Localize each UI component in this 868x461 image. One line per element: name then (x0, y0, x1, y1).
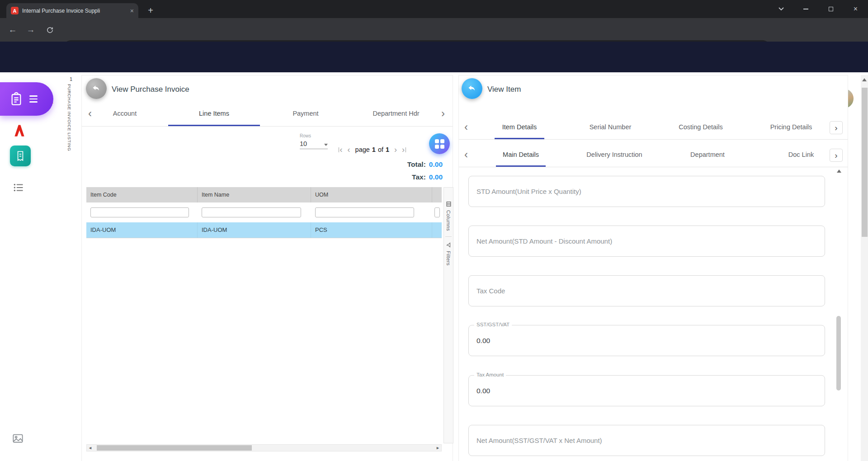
columns-tool-button[interactable]: Columns (446, 210, 451, 231)
field-tax-code[interactable]: Tax Code (468, 275, 825, 306)
pagination-prev-button[interactable]: ‹ (348, 146, 350, 154)
tab-line-items[interactable]: Line Items (168, 102, 260, 126)
tab-main-details[interactable]: Main Details (496, 143, 546, 167)
reload-button[interactable] (42, 23, 57, 37)
panel-scroll-up-icon[interactable] (837, 169, 841, 173)
tab-favicon-icon: A (11, 7, 19, 14)
tabs-scroll-left-icon[interactable]: ‹ (464, 149, 468, 160)
tab-delivery-instruction[interactable]: Delivery Instruction (580, 143, 648, 167)
filter-input-uom[interactable] (315, 207, 414, 217)
field-net-amount[interactable]: Net Amount(STD Amount - Discount Amount) (468, 226, 825, 257)
field-label: STD Amount(Unit Price x Quantity) (476, 176, 581, 207)
filter-input-partial[interactable] (434, 207, 440, 217)
menu-icon[interactable] (29, 95, 38, 102)
field-label: Net Amount(SST/GST/VAT x Net Amount) (476, 425, 602, 456)
pagination: ‹ ‹ page 1 of 1 › › (338, 143, 407, 156)
cell-item-code: IDA-UOM (86, 222, 198, 238)
invoice-back-button[interactable] (86, 78, 107, 99)
field-value: 0.00 (476, 376, 490, 406)
column-header-item-code[interactable]: Item Code (86, 187, 198, 202)
listing-vertical-label[interactable]: PURCHASE INVOICE LISTING (67, 84, 72, 151)
receipt-app-icon[interactable] (10, 146, 31, 166)
item-back-button[interactable] (462, 78, 482, 99)
page-scroll-up-icon[interactable] (862, 78, 867, 81)
reply-arrow-icon (467, 84, 476, 93)
page-scrollbar[interactable] (861, 75, 868, 461)
tabs-scroll-right-icon[interactable]: › (830, 121, 843, 134)
tab-serial-number[interactable]: Serial Number (581, 116, 640, 139)
tab-close-icon[interactable]: × (130, 7, 134, 14)
item-tabs-secondary: ‹ Main Details Delivery Instruction Depa… (459, 143, 848, 167)
field-value: 0.00 (476, 325, 490, 356)
field-label: Tax Code (476, 276, 505, 306)
cell-item-name: IDA-UOM (198, 222, 311, 238)
browser-tabstrip: A Internal Purchase Invoice Suppli × + × (0, 0, 868, 18)
list-icon[interactable] (13, 182, 24, 195)
tab-costing-details[interactable]: Costing Details (669, 116, 732, 139)
rows-value: 10 (300, 140, 307, 147)
field-tax-amount[interactable]: Tax Amount 0.00 (468, 375, 825, 406)
tab-title: Internal Purchase Invoice Suppli (22, 8, 127, 14)
tabs-scroll-left-icon[interactable]: ‹ (464, 122, 468, 132)
browser-tab[interactable]: A Internal Purchase Invoice Suppli × (6, 3, 138, 18)
tabs-scroll-right-icon[interactable]: › (441, 108, 445, 119)
filter-funnel-icon (446, 242, 451, 248)
table-header-row: Item Code Item Name UOM (86, 187, 442, 202)
tax-label: Tax: (412, 173, 426, 181)
pagination-first-button[interactable]: ‹ (338, 146, 343, 154)
app-header: akaun (0, 42, 868, 72)
column-header-item-name[interactable]: Item Name (198, 187, 311, 202)
cell-uom: PCS (311, 222, 432, 238)
close-window-button[interactable]: × (843, 0, 868, 18)
field-sst-gst-vat[interactable]: SST/GST/VAT 0.00 (468, 325, 825, 356)
applet-pill[interactable] (0, 82, 53, 116)
browser-toolbar: ← → akaun.cloud/#/applets/tnt/wavelet/er… (0, 18, 868, 42)
tab-department-hdr[interactable]: Department Hdr (351, 102, 441, 126)
horizontal-scrollbar[interactable]: ◄ ► (86, 444, 442, 452)
minimize-button[interactable] (793, 0, 818, 18)
tabs-scroll-right-icon[interactable]: › (830, 149, 843, 162)
tab-department[interactable]: Department (680, 143, 735, 167)
item-panel-title: View Item (487, 85, 521, 94)
page-scroll-thumb[interactable] (862, 88, 868, 237)
pagination-last-button[interactable]: › (402, 146, 407, 154)
tab-pricing-details[interactable]: Pricing Details (760, 116, 823, 139)
tax-line: Tax: 0.00 (308, 173, 443, 181)
column-header-partial (432, 187, 442, 202)
table-row-selected[interactable]: IDA-UOM IDA-UOM PCS (86, 222, 442, 238)
table-filter-row (86, 202, 442, 222)
forward-button[interactable]: → (24, 23, 38, 37)
tab-account[interactable]: Account (91, 102, 159, 126)
invoice-tabs: ‹ Account Line Items Payment Department … (82, 102, 453, 127)
scroll-right-icon[interactable]: ► (434, 445, 441, 451)
columns-icon (446, 201, 452, 207)
filter-input-item-name[interactable] (202, 207, 301, 217)
field-std-amount[interactable]: STD Amount(Unit Price x Quantity) (468, 176, 825, 207)
panel-scroll-thumb[interactable] (836, 316, 841, 390)
caret-down-icon (324, 144, 328, 146)
total-label: Total: (407, 160, 426, 169)
rows-per-page-select[interactable]: 10 (300, 140, 328, 149)
tab-item-details[interactable]: Item Details (495, 116, 544, 139)
tab-search-icon[interactable] (769, 0, 793, 18)
tab-doc-link[interactable]: Doc Link (778, 143, 824, 167)
hscroll-thumb[interactable] (97, 445, 252, 451)
image-icon[interactable] (12, 432, 24, 446)
column-header-uom[interactable]: UOM (311, 187, 432, 202)
pagination-next-button[interactable]: › (394, 146, 397, 154)
maximize-button[interactable] (818, 0, 843, 18)
tab-payment[interactable]: Payment (260, 102, 351, 126)
table-tools-strip: Columns Filters (443, 187, 453, 443)
grid-view-button[interactable] (429, 133, 450, 154)
field-net-amount-after-tax[interactable]: Net Amount(SST/GST/VAT x Net Amount) (468, 425, 825, 456)
clipboard-icon (9, 92, 24, 106)
back-button[interactable]: ← (5, 23, 20, 37)
filters-tool-button[interactable]: Filters (446, 251, 451, 266)
filter-input-item-code[interactable] (90, 207, 189, 217)
rows-label: Rows (300, 133, 311, 138)
field-label: Net Amount(STD Amount - Discount Amount) (476, 226, 612, 256)
scroll-left-icon[interactable]: ◄ (87, 445, 94, 451)
item-tabs-primary: ‹ Item Details Serial Number Costing Det… (459, 116, 848, 140)
new-tab-button[interactable]: + (145, 5, 156, 16)
letter-a-red-icon[interactable] (12, 123, 27, 140)
